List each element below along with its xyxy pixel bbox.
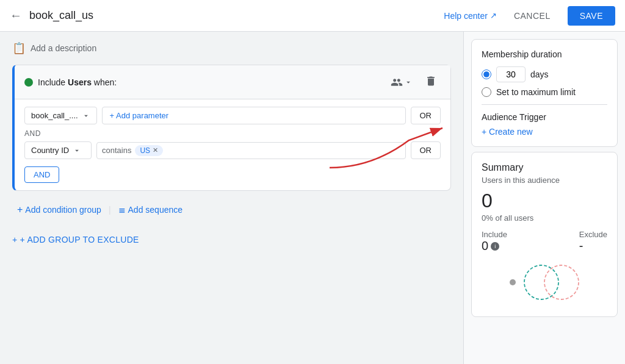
add-sequence-button[interactable]: ≣ Add sequence	[114, 201, 188, 218]
days-label: days	[530, 70, 549, 79]
add-parameter-button[interactable]: + Add parameter	[102, 107, 406, 124]
help-center-link[interactable]: Help center ↗	[444, 11, 497, 21]
back-button[interactable]: ←	[10, 9, 22, 23]
add-condition-group-button[interactable]: + Add condition group	[12, 201, 106, 219]
header: ← book_call_us Help center ↗ CANCEL SAVE	[0, 0, 625, 32]
venn-diagram	[482, 258, 607, 307]
country-select[interactable]: Country ID	[24, 141, 92, 159]
days-radio[interactable]	[482, 70, 491, 79]
and-button-container: AND	[24, 166, 441, 183]
membership-duration-title: Membership duration	[482, 49, 607, 59]
exclude-value: -	[579, 239, 607, 253]
summary-percent: 0% of all users	[482, 213, 607, 223]
right-panel: Membership duration days Set to maximum …	[463, 32, 625, 364]
days-radio-row: days	[482, 66, 607, 82]
svg-point-3	[544, 265, 579, 299]
users-in-audience-label: Users in this audience	[482, 176, 607, 185]
contains-text: contains	[102, 146, 131, 155]
condition-card: Include Users when:	[12, 65, 451, 191]
svg-point-2	[524, 265, 558, 299]
chip-close-icon[interactable]: ✕	[153, 146, 158, 154]
svg-point-1	[510, 279, 516, 285]
condition-row-2: Country ID contains US ✕ OR	[24, 141, 441, 159]
left-panel: 📋 Add a description Include Users when:	[0, 32, 463, 364]
description-row[interactable]: 📋 Add a description	[12, 41, 451, 55]
include-label: Include Users when:	[38, 77, 382, 87]
plus-exclude-icon: +	[12, 235, 17, 244]
include-section: Include 0 i	[482, 230, 507, 253]
include-value: 0 i	[482, 239, 507, 253]
external-link-icon: ↗	[490, 11, 497, 20]
or-button-1[interactable]: OR	[411, 107, 441, 124]
header-right: Help center ↗ CANCEL SAVE	[444, 6, 615, 26]
cancel-button[interactable]: CANCEL	[507, 6, 558, 26]
create-new-link[interactable]: + Create new	[482, 127, 607, 137]
summary-count: 0	[482, 190, 607, 212]
delete-icon-button[interactable]	[421, 73, 441, 91]
condition-card-header: Include Users when:	[15, 65, 450, 99]
separator: |	[109, 205, 111, 215]
max-limit-label: Set to maximum limit	[496, 87, 576, 97]
membership-duration-card: Membership duration days Set to maximum …	[471, 39, 618, 147]
page-title: book_call_us	[29, 9, 93, 22]
and-button[interactable]: AND	[24, 166, 59, 183]
exclude-section: Exclude -	[579, 230, 607, 253]
us-chip: US ✕	[135, 145, 163, 156]
add-group-to-exclude-button[interactable]: + + ADD GROUP TO EXCLUDE	[12, 231, 139, 248]
exclude-label: Exclude	[579, 230, 607, 239]
main-layout: 📋 Add a description Include Users when:	[0, 32, 625, 364]
param-select[interactable]: book_call_....	[24, 107, 97, 124]
green-dot-indicator	[24, 78, 33, 87]
info-icon[interactable]: i	[491, 242, 499, 251]
sequence-icon: ≣	[118, 205, 126, 215]
days-input[interactable]	[496, 66, 526, 82]
summary-card: Summary Users in this audience 0 0% of a…	[471, 152, 618, 317]
users-icon-button[interactable]	[387, 74, 416, 91]
audience-trigger-title: Audience Trigger	[482, 112, 607, 122]
header-left: ← book_call_us	[10, 9, 444, 23]
bottom-actions: + Add condition group | ≣ Add sequence	[12, 201, 451, 219]
max-limit-radio[interactable]	[482, 87, 491, 97]
contains-chip-area[interactable]: contains US ✕	[96, 142, 406, 159]
include-label: Include	[482, 230, 507, 239]
include-exclude-row: Include 0 i Exclude -	[482, 230, 607, 253]
condition-body: book_call_.... + Add parameter OR AND Co…	[15, 99, 450, 190]
or-button-2[interactable]: OR	[411, 141, 441, 159]
max-limit-radio-row: Set to maximum limit	[482, 87, 607, 97]
description-placeholder[interactable]: Add a description	[31, 43, 96, 53]
and-connector-label: AND	[24, 129, 441, 138]
condition-row-1: book_call_.... + Add parameter OR	[24, 107, 441, 124]
card-header-actions	[387, 73, 441, 91]
description-icon: 📋	[12, 41, 26, 55]
plus-icon: +	[17, 204, 23, 215]
save-button[interactable]: SAVE	[568, 6, 615, 26]
summary-title: Summary	[482, 162, 607, 173]
